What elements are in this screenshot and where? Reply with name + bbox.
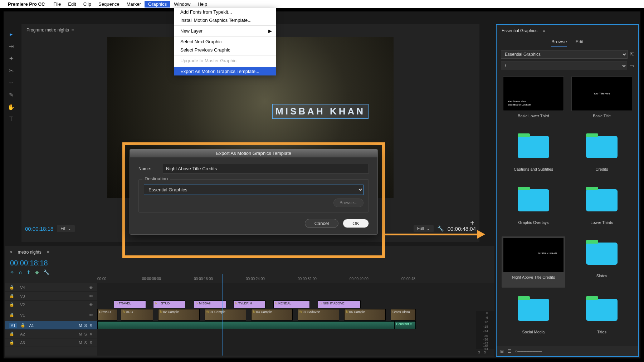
clip-v2[interactable]: fxMISBAH bbox=[194, 300, 226, 308]
list-view-icon[interactable]: ☰ bbox=[507, 349, 511, 354]
clip-v2[interactable]: fxTYLER M bbox=[233, 300, 265, 308]
menu-add-fonts[interactable]: Add Fonts from Typekit... bbox=[174, 8, 276, 16]
eg-item-slates[interactable]: Slates bbox=[570, 236, 633, 288]
clip-v1[interactable]: fx04-C bbox=[121, 309, 153, 321]
solo-button[interactable]: S bbox=[478, 351, 480, 354]
clip-v1[interactable]: fx06-Comple bbox=[344, 309, 386, 321]
snap-icon[interactable]: ✧ bbox=[10, 269, 14, 275]
hand-tool-icon[interactable]: ✋ bbox=[6, 102, 16, 112]
eg-item-social[interactable]: Social Media bbox=[502, 293, 565, 341]
menu-edit[interactable]: Edit bbox=[64, 1, 79, 8]
menu-help[interactable]: Help bbox=[194, 1, 211, 8]
clip-v1-trans[interactable]: Cross Disso bbox=[391, 309, 416, 321]
zoom-slider[interactable]: ○──────── bbox=[515, 349, 542, 354]
menu-file[interactable]: File bbox=[50, 1, 64, 8]
track-v4[interactable]: 🔒 V4👁 bbox=[5, 283, 97, 292]
resolution-dropdown[interactable]: Full ⌄ bbox=[414, 225, 434, 232]
menu-export-mogrt[interactable]: Export As Motion Graphics Template... bbox=[174, 67, 276, 75]
timeline-timecode[interactable]: 00:00:18:18 bbox=[5, 258, 494, 268]
ok-button[interactable]: OK bbox=[343, 219, 369, 228]
type-tool-icon[interactable]: T bbox=[6, 114, 16, 124]
eg-item-titles[interactable]: Titles bbox=[570, 293, 633, 341]
eg-path-select[interactable]: / bbox=[501, 62, 627, 70]
eg-item-label: Basic Lower Third bbox=[518, 114, 549, 118]
full-label: Full bbox=[417, 226, 424, 231]
clip-v2[interactable]: fxTRAVEL bbox=[114, 300, 146, 308]
clip-audio-trans[interactable]: Constant G bbox=[394, 321, 416, 329]
clip-v2[interactable]: fxNIGHT ABOVE bbox=[318, 300, 361, 308]
eg-item-label: Captions and Subtitles bbox=[514, 167, 553, 171]
clip-v1-trans[interactable]: Cross Di bbox=[97, 309, 117, 321]
menu-sequence[interactable]: Sequence bbox=[95, 1, 123, 8]
settings-wrench-icon[interactable]: 🔧 bbox=[437, 225, 444, 232]
tab-edit[interactable]: Edit bbox=[575, 39, 583, 47]
timeline-ruler[interactable]: 00:00 00:00:08:00 00:00:16:00 00:00:24:0… bbox=[97, 274, 488, 283]
track-select-tool-icon[interactable]: ⇥ bbox=[6, 41, 16, 51]
track-a1[interactable]: A1🔒 A1M S 🎙 bbox=[5, 321, 97, 330]
eg-location-select[interactable]: Essential Graphics bbox=[501, 50, 628, 59]
name-input[interactable] bbox=[163, 164, 369, 173]
track-a3[interactable]: 🔒 A3M S 🎙 bbox=[5, 338, 97, 347]
track-v1[interactable]: 🔒 V1👁 bbox=[5, 309, 97, 321]
meter-label: -36 bbox=[483, 338, 488, 341]
eg-item-credits[interactable]: Credits bbox=[570, 130, 633, 178]
track-body[interactable]: fxTRAVEL fx+ STUD fxMISBAH fxTYLER M fxK… bbox=[97, 283, 494, 356]
slip-tool-icon[interactable]: ↔ bbox=[6, 78, 16, 87]
track-v3[interactable]: 🔒 V3👁 bbox=[5, 292, 97, 300]
razor-tool-icon[interactable]: ✂ bbox=[6, 66, 16, 75]
solo-button[interactable]: S bbox=[484, 351, 486, 354]
menu-sep bbox=[174, 36, 276, 36]
ripple-tool-icon[interactable]: ✦ bbox=[6, 54, 16, 63]
ruler-tick: 00:00:08:00 bbox=[142, 277, 161, 281]
program-timecode-left[interactable]: 00:00:18:18 bbox=[25, 226, 53, 232]
clip-label: Cross Di bbox=[99, 310, 112, 314]
add-button-icon[interactable]: + bbox=[470, 219, 474, 227]
wrench-icon[interactable]: 🔧 bbox=[43, 269, 49, 275]
menu-window[interactable]: Window bbox=[170, 1, 194, 8]
menu-install-mogrt[interactable]: Install Motion Graphics Template... bbox=[174, 16, 276, 24]
linked-icon[interactable]: ∩ bbox=[19, 269, 22, 275]
selection-tool-icon[interactable]: ▸ bbox=[6, 29, 16, 39]
clip-v1[interactable]: fx01-Comple bbox=[205, 309, 246, 321]
menu-marker[interactable]: Marker bbox=[123, 1, 145, 8]
track-a2[interactable]: 🔒 A2M S 🎙 bbox=[5, 330, 97, 338]
clip-v1[interactable]: fx02-Comple bbox=[158, 309, 200, 321]
submenu-arrow-icon: ▶ bbox=[268, 28, 272, 34]
eg-item-basic-lower-third[interactable]: Your Name HereBusiness or Location Basic… bbox=[502, 77, 565, 125]
menu-select-next[interactable]: Select Next Graphic bbox=[174, 38, 276, 46]
menu-clip[interactable]: Clip bbox=[80, 1, 95, 8]
menu-select-prev[interactable]: Select Previous Graphic bbox=[174, 46, 276, 54]
eg-item-basic-title[interactable]: Your Title Here Basic Title bbox=[570, 77, 633, 125]
clip-v2[interactable]: fxKENDAL bbox=[273, 300, 310, 308]
eg-item-captions[interactable]: Captions and Subtitles bbox=[502, 130, 565, 178]
menu-graphics[interactable]: Graphics bbox=[145, 1, 170, 8]
zoom-fit-dropdown[interactable]: Fit ⌄ bbox=[57, 225, 75, 232]
menu-new-layer[interactable]: New Layer▶ bbox=[174, 27, 276, 35]
folder-icon bbox=[586, 243, 618, 265]
destination-select[interactable]: Essential Graphics bbox=[144, 185, 364, 195]
graphic-title-overlay[interactable]: MISBAH KHAN bbox=[272, 104, 369, 119]
tab-browse[interactable]: Browse bbox=[551, 39, 567, 47]
track-v2[interactable]: 🔒 V2👁 bbox=[5, 300, 97, 309]
clip-label: Constant G bbox=[396, 322, 413, 326]
eg-item-lower-thirds[interactable]: Lower Thirds bbox=[570, 183, 633, 231]
pen-tool-icon[interactable]: ✎ bbox=[6, 90, 16, 99]
eg-footer: ⊞ ☰ ○──────── bbox=[497, 346, 638, 356]
clip-v2[interactable]: fx+ STUD bbox=[153, 300, 185, 308]
meter-label: -30 bbox=[483, 334, 488, 338]
browse-button[interactable]: Browse... bbox=[333, 199, 364, 207]
folder-icon[interactable]: ▭ bbox=[629, 63, 634, 69]
new-folder-icon[interactable]: ⇱ bbox=[630, 52, 634, 57]
eg-item-night-above[interactable]: MISBAH KHAN Night Above Title Credits bbox=[502, 236, 565, 288]
sequence-name[interactable]: metro nights bbox=[18, 250, 42, 255]
marker-icon[interactable]: ⬍ bbox=[26, 269, 31, 275]
clip-v1[interactable]: fx03-Comple bbox=[251, 309, 293, 321]
clip-v1[interactable]: fx07-Sadovoe bbox=[298, 309, 339, 321]
grid-view-icon[interactable]: ⊞ bbox=[500, 349, 504, 354]
essential-graphics-panel: Essential Graphics ≡ Browse Edit Essenti… bbox=[496, 24, 639, 357]
clip-audio[interactable] bbox=[97, 321, 416, 329]
eg-item-overlays[interactable]: Graphic Overlays bbox=[502, 183, 565, 231]
settings-icon[interactable]: ◆ bbox=[35, 269, 39, 275]
playhead[interactable] bbox=[223, 274, 223, 356]
cancel-button[interactable]: Cancel bbox=[305, 219, 338, 228]
